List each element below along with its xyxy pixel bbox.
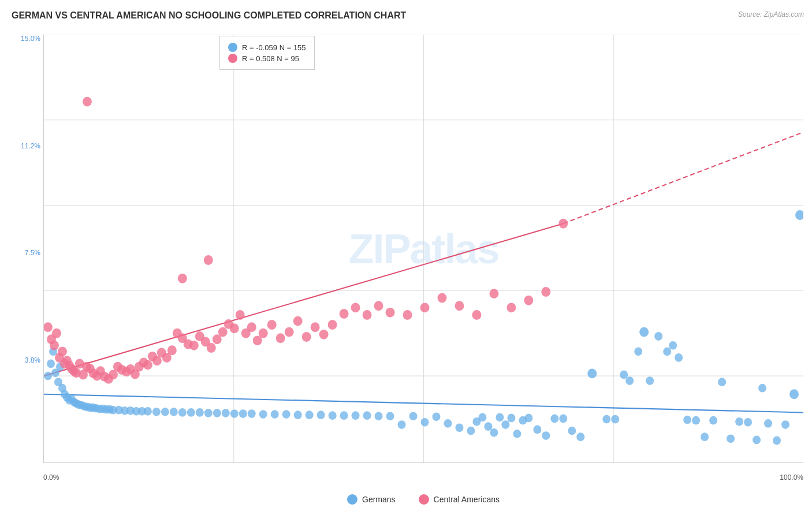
y-label-2: 11.2% bbox=[21, 142, 40, 150]
bottom-legend-label-pink: Central Americans bbox=[434, 495, 500, 504]
bottom-legend-label-blue: Germans bbox=[362, 495, 396, 504]
svg-point-42 bbox=[152, 408, 161, 416]
svg-point-98 bbox=[663, 348, 671, 356]
source-label: Source: ZipAtlas.com bbox=[738, 10, 804, 18]
svg-point-80 bbox=[513, 430, 521, 438]
svg-point-54 bbox=[259, 410, 267, 419]
svg-point-105 bbox=[718, 378, 726, 386]
bottom-legend-swatch-pink bbox=[419, 494, 429, 505]
svg-point-150 bbox=[167, 345, 177, 355]
svg-point-121 bbox=[58, 346, 67, 356]
svg-point-99 bbox=[669, 341, 677, 350]
svg-point-69 bbox=[432, 412, 440, 421]
svg-point-78 bbox=[501, 420, 509, 429]
svg-point-175 bbox=[178, 274, 187, 283]
svg-point-66 bbox=[398, 420, 406, 429]
svg-point-89 bbox=[587, 368, 597, 378]
svg-point-182 bbox=[386, 308, 395, 318]
svg-point-171 bbox=[302, 332, 311, 342]
svg-point-64 bbox=[375, 412, 383, 420]
svg-point-114 bbox=[789, 389, 799, 399]
svg-point-100 bbox=[675, 353, 683, 362]
svg-point-183 bbox=[403, 310, 412, 320]
svg-point-61 bbox=[340, 411, 348, 420]
svg-point-112 bbox=[773, 436, 781, 445]
svg-point-77 bbox=[496, 413, 504, 422]
svg-point-167 bbox=[267, 320, 277, 330]
svg-point-86 bbox=[559, 415, 567, 423]
svg-point-96 bbox=[646, 376, 654, 385]
svg-point-48 bbox=[204, 409, 213, 417]
svg-point-185 bbox=[437, 293, 446, 303]
svg-point-189 bbox=[506, 303, 516, 312]
svg-point-174 bbox=[328, 320, 337, 330]
svg-point-102 bbox=[692, 416, 700, 425]
svg-point-191 bbox=[541, 287, 550, 297]
x-label-100: 100.0% bbox=[780, 473, 803, 482]
svg-point-59 bbox=[317, 410, 325, 419]
chart-container: GERMAN VS CENTRAL AMERICAN NO SCHOOLING … bbox=[0, 0, 812, 515]
chart-svg bbox=[44, 35, 803, 462]
svg-point-192 bbox=[558, 219, 568, 229]
svg-point-168 bbox=[276, 333, 285, 343]
svg-point-92 bbox=[620, 371, 628, 379]
chart-title: GERMAN VS CENTRAL AMERICAN NO SCHOOLING … bbox=[12, 10, 406, 21]
bottom-legend-item-blue: Germans bbox=[347, 494, 396, 505]
legend-text-blue: R = -0.059 N = 155 bbox=[242, 43, 306, 52]
svg-point-41 bbox=[144, 407, 152, 416]
legend-row-blue: R = -0.059 N = 155 bbox=[228, 43, 306, 52]
svg-point-65 bbox=[386, 412, 394, 420]
svg-point-60 bbox=[329, 411, 337, 420]
svg-point-50 bbox=[222, 409, 230, 417]
svg-point-104 bbox=[709, 416, 717, 425]
svg-point-43 bbox=[161, 408, 169, 416]
svg-point-107 bbox=[735, 417, 743, 426]
svg-point-115 bbox=[795, 210, 803, 220]
svg-point-188 bbox=[489, 289, 498, 298]
svg-point-62 bbox=[352, 411, 360, 420]
svg-point-67 bbox=[409, 412, 418, 420]
svg-point-181 bbox=[374, 301, 383, 311]
svg-point-79 bbox=[507, 414, 515, 423]
y-axis-labels: 15.0% 11.2% 7.5% 3.8% bbox=[9, 35, 40, 463]
svg-point-11 bbox=[44, 372, 52, 380]
svg-point-116 bbox=[44, 322, 53, 332]
svg-line-10 bbox=[563, 132, 803, 223]
svg-point-166 bbox=[259, 329, 268, 338]
svg-point-169 bbox=[285, 327, 294, 337]
legend-swatch-pink bbox=[228, 54, 237, 63]
svg-point-87 bbox=[568, 427, 576, 435]
svg-point-145 bbox=[143, 360, 152, 370]
svg-point-58 bbox=[306, 410, 314, 419]
svg-point-190 bbox=[524, 296, 533, 305]
bottom-legend: Germans Central Americans bbox=[43, 494, 803, 505]
svg-point-106 bbox=[727, 434, 735, 443]
bottom-legend-item-pink: Central Americans bbox=[419, 494, 500, 505]
svg-point-85 bbox=[550, 415, 558, 423]
svg-point-53 bbox=[248, 409, 256, 418]
svg-point-101 bbox=[683, 416, 691, 424]
svg-point-68 bbox=[421, 418, 429, 427]
legend-text-pink: R = 0.508 N = 95 bbox=[242, 54, 299, 63]
svg-line-9 bbox=[44, 223, 563, 376]
legend-row-pink: R = 0.508 N = 95 bbox=[228, 54, 306, 63]
svg-point-187 bbox=[472, 310, 481, 320]
svg-point-47 bbox=[196, 408, 204, 417]
svg-point-118 bbox=[50, 341, 59, 350]
svg-point-82 bbox=[524, 414, 532, 423]
svg-point-63 bbox=[363, 411, 371, 420]
svg-point-51 bbox=[230, 409, 239, 418]
y-label-3: 7.5% bbox=[25, 249, 40, 257]
svg-point-119 bbox=[52, 329, 61, 338]
svg-point-93 bbox=[625, 376, 634, 385]
chart-area: ZIPatlas bbox=[43, 35, 803, 463]
svg-point-46 bbox=[187, 408, 195, 417]
legend-box: R = -0.059 N = 155 R = 0.508 N = 95 bbox=[219, 36, 315, 70]
svg-point-71 bbox=[455, 423, 463, 432]
svg-point-95 bbox=[639, 327, 649, 337]
svg-point-49 bbox=[213, 409, 221, 417]
svg-point-162 bbox=[236, 310, 245, 320]
svg-point-84 bbox=[542, 431, 550, 440]
y-label-top: 15.0% bbox=[21, 35, 40, 43]
y-label-4: 3.8% bbox=[25, 356, 40, 364]
